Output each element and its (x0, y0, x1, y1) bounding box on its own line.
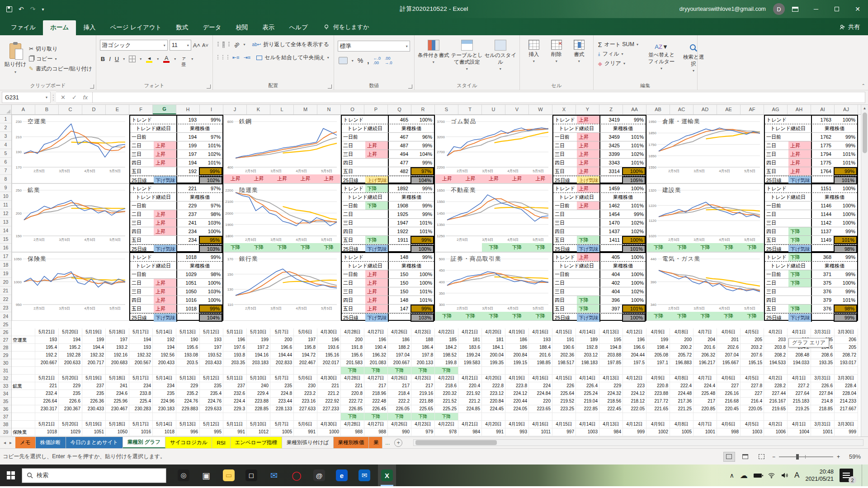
data-cell[interactable]: 202.6 (717, 344, 741, 352)
data-cell[interactable]: 194.4 (82, 344, 106, 352)
data-cell[interactable]: 5月21日 (35, 328, 59, 336)
data-cell[interactable]: 196.883 (670, 359, 693, 367)
data-cell[interactable]: 224.4 (693, 382, 717, 390)
day-price[interactable]: 150 (389, 287, 410, 296)
horizontal-scroll-thumb[interactable] (415, 440, 497, 445)
data-cell[interactable]: 218.4 (388, 390, 411, 398)
under-chart-trend[interactable]: 上昇 (247, 174, 271, 183)
at-app-icon[interactable]: @ (310, 465, 328, 486)
data-cell[interactable]: 203 (764, 336, 788, 344)
day-trend[interactable] (154, 270, 177, 278)
under-chart-trend[interactable]: 上昇 (270, 174, 294, 183)
font-dialog-launcher[interactable] (207, 84, 211, 89)
data-cell[interactable]: 216.4 (741, 398, 764, 405)
under-chart-trend[interactable]: 上昇 (317, 174, 340, 183)
data-cell[interactable]: 234 (153, 382, 176, 390)
data-cell[interactable]: 4月5日 (741, 328, 764, 336)
under-chart-trend[interactable] (647, 174, 670, 183)
data-cell[interactable]: 197 (200, 344, 223, 352)
enter-icon[interactable]: ✓ (72, 94, 77, 101)
under-chart-trend[interactable] (105, 243, 129, 252)
data-cell[interactable]: 995 (200, 428, 223, 436)
stock-chart-建設業[interactable]: 13201220112010202月5日3月5日4月5日5月5日建設業下降下降下… (646, 183, 764, 252)
data-cell[interactable]: 226.6 (811, 382, 835, 390)
data-cell[interactable]: 219.16 (411, 390, 435, 398)
data-cell[interactable]: 5月10日 (247, 375, 270, 382)
day-trend[interactable]: 上昇 (365, 270, 389, 278)
column-header-Z[interactable]: Z (599, 105, 623, 114)
data-cell[interactable]: 4月2日 (764, 375, 788, 382)
under-chart-trend[interactable]: 下降 (528, 243, 552, 252)
day-price[interactable]: 404 (600, 270, 622, 278)
day-price[interactable]: 1411 (600, 236, 622, 244)
data-cell[interactable]: 4月13日 (599, 421, 623, 428)
under-chart-trend[interactable] (12, 312, 36, 320)
data-cell[interactable]: 4月14日 (576, 328, 599, 336)
opera-icon[interactable]: ◯ (288, 465, 306, 486)
data-cell[interactable]: 195.16 (317, 352, 341, 359)
day-pct[interactable]: 104% (410, 150, 434, 158)
data-cell[interactable]: 4月27日 (364, 421, 388, 428)
data-cell[interactable]: 193 (529, 336, 552, 344)
data-cell[interactable]: 4月19日 (505, 328, 529, 336)
data-cell[interactable]: 227 (741, 390, 764, 398)
shrink-font-icon[interactable]: A˅ (202, 42, 208, 48)
data-cell[interactable]: 4月19日 (505, 375, 529, 382)
column-header-AJ[interactable]: AJ (835, 105, 858, 114)
ribbon-tab-ページ レイアウト[interactable]: ページ レイアウト (103, 20, 169, 35)
day-pct[interactable]: 99% (410, 141, 434, 150)
day-trend[interactable] (577, 287, 600, 296)
data-cell[interactable]: 232.4 (35, 390, 59, 398)
industry-price-current[interactable]: 1018 (177, 253, 199, 261)
industry-row-label[interactable] (12, 359, 35, 367)
under-chart-trend[interactable]: 下降 (317, 243, 340, 252)
day-price[interactable]: 1050 (177, 287, 199, 296)
day-price[interactable]: 150 (389, 270, 410, 278)
data-cell[interactable]: 198.52 (435, 352, 458, 359)
under-chart-trend[interactable]: 上昇 (224, 174, 247, 183)
under-chart-trend[interactable]: 上昇 (294, 174, 317, 183)
phonetic-button[interactable]: ァ亜 (180, 55, 187, 62)
under-chart-trend[interactable]: 下降 (647, 243, 670, 252)
data-cell[interactable]: 991 (482, 428, 505, 436)
column-header-AC[interactable]: AC (670, 105, 693, 114)
data-cell[interactable]: 219.65 (764, 405, 788, 413)
day-trend[interactable] (365, 133, 389, 141)
data-cell[interactable]: 230 (294, 382, 317, 390)
data-cell[interactable]: 198.85 (529, 359, 552, 367)
day-price[interactable]: 1947 (389, 219, 410, 227)
data-cell[interactable]: 192.32 (82, 352, 106, 359)
day-trend[interactable]: 上昇 (577, 167, 600, 175)
data-cell[interactable]: 227.84 (811, 390, 835, 398)
data-cell[interactable]: 222.2 (388, 398, 411, 405)
data-cell[interactable]: 198.183 (576, 359, 599, 367)
data-cell[interactable]: 1050 (106, 428, 129, 436)
day-price[interactable]: 1437 (600, 227, 622, 235)
data-cell[interactable]: 222.05 (623, 405, 646, 413)
data-cell[interactable]: 220.8 (341, 390, 364, 398)
under-chart-trend[interactable]: 上昇 (459, 174, 482, 183)
data-cell[interactable]: 227 (717, 382, 741, 390)
data-cell[interactable]: 4月30日 (317, 421, 341, 428)
trend-value[interactable] (154, 116, 177, 124)
data-cell[interactable]: 4月26日 (388, 328, 411, 336)
data-cell[interactable]: 1029 (59, 428, 82, 436)
under-chart-trend[interactable]: 下降 (528, 312, 552, 320)
under-chart-trend[interactable] (59, 174, 82, 183)
data-cell[interactable]: 4月28日 (341, 328, 364, 336)
data-cell[interactable]: 225.96 (106, 398, 129, 405)
stock-chart-不動産業[interactable]: 165015501450135012502月5日3月5日4月5日5月5日不動産業… (435, 183, 552, 252)
day-price[interactable]: 1144 (812, 210, 834, 218)
row-header-16[interactable]: 16 (0, 244, 11, 252)
day-price[interactable]: 150 (389, 279, 410, 287)
grow-font-icon[interactable]: A˄ (193, 42, 200, 49)
row-header-38[interactable]: 38 (0, 421, 11, 428)
data-cell[interactable]: 229.3 (223, 405, 247, 413)
day-pct[interactable]: 100% (622, 167, 646, 175)
sheet-nav-left-icon[interactable]: ◂ (4, 440, 6, 445)
data-cell[interactable]: 228.4 (835, 382, 858, 390)
data-cell[interactable]: 193.6 (317, 344, 341, 352)
data-cell[interactable]: 4月21日 (458, 375, 482, 382)
day-trend[interactable]: 下降 (788, 236, 812, 244)
stock-chart-銀行業[interactable]: 1701501301102月5日3月5日4月5日5月5日銀行業 (223, 252, 341, 321)
